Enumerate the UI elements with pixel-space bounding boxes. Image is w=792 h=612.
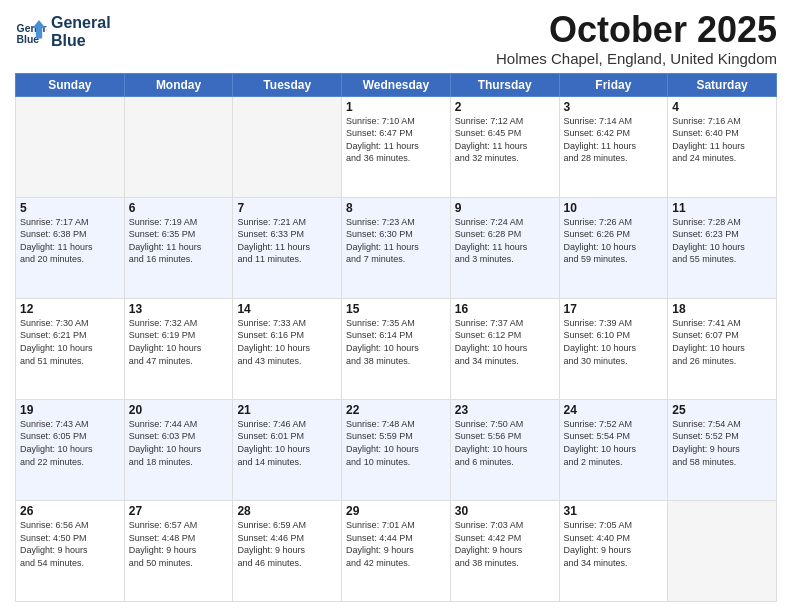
day-info: Sunrise: 7:23 AM Sunset: 6:30 PM Dayligh… [346,216,446,266]
logo-line2: Blue [51,32,111,50]
day-info: Sunrise: 7:12 AM Sunset: 6:45 PM Dayligh… [455,115,555,165]
day-number: 26 [20,504,120,518]
day-number: 12 [20,302,120,316]
day-info: Sunrise: 7:44 AM Sunset: 6:03 PM Dayligh… [129,418,229,468]
day-cell: 1Sunrise: 7:10 AM Sunset: 6:47 PM Daylig… [342,96,451,197]
day-info: Sunrise: 7:10 AM Sunset: 6:47 PM Dayligh… [346,115,446,165]
day-cell: 30Sunrise: 7:03 AM Sunset: 4:42 PM Dayli… [450,500,559,601]
col-saturday: Saturday [668,73,777,96]
day-cell: 13Sunrise: 7:32 AM Sunset: 6:19 PM Dayli… [124,298,233,399]
day-cell: 2Sunrise: 7:12 AM Sunset: 6:45 PM Daylig… [450,96,559,197]
day-cell: 18Sunrise: 7:41 AM Sunset: 6:07 PM Dayli… [668,298,777,399]
week-row-3: 12Sunrise: 7:30 AM Sunset: 6:21 PM Dayli… [16,298,777,399]
day-cell: 12Sunrise: 7:30 AM Sunset: 6:21 PM Dayli… [16,298,125,399]
day-number: 7 [237,201,337,215]
day-cell [668,500,777,601]
day-number: 8 [346,201,446,215]
title-block: October 2025 Holmes Chapel, England, Uni… [496,10,777,67]
day-cell: 14Sunrise: 7:33 AM Sunset: 6:16 PM Dayli… [233,298,342,399]
day-info: Sunrise: 7:37 AM Sunset: 6:12 PM Dayligh… [455,317,555,367]
logo: General Blue General Blue [15,14,111,49]
day-info: Sunrise: 7:19 AM Sunset: 6:35 PM Dayligh… [129,216,229,266]
day-cell: 29Sunrise: 7:01 AM Sunset: 4:44 PM Dayli… [342,500,451,601]
day-cell: 24Sunrise: 7:52 AM Sunset: 5:54 PM Dayli… [559,399,668,500]
day-number: 10 [564,201,664,215]
col-friday: Friday [559,73,668,96]
month-title: October 2025 [496,10,777,50]
day-cell: 10Sunrise: 7:26 AM Sunset: 6:26 PM Dayli… [559,197,668,298]
col-tuesday: Tuesday [233,73,342,96]
day-info: Sunrise: 7:26 AM Sunset: 6:26 PM Dayligh… [564,216,664,266]
day-info: Sunrise: 7:14 AM Sunset: 6:42 PM Dayligh… [564,115,664,165]
day-number: 28 [237,504,337,518]
day-number: 19 [20,403,120,417]
day-number: 18 [672,302,772,316]
day-cell: 4Sunrise: 7:16 AM Sunset: 6:40 PM Daylig… [668,96,777,197]
day-info: Sunrise: 7:52 AM Sunset: 5:54 PM Dayligh… [564,418,664,468]
col-sunday: Sunday [16,73,125,96]
day-cell: 9Sunrise: 7:24 AM Sunset: 6:28 PM Daylig… [450,197,559,298]
day-number: 6 [129,201,229,215]
week-row-1: 1Sunrise: 7:10 AM Sunset: 6:47 PM Daylig… [16,96,777,197]
day-info: Sunrise: 7:21 AM Sunset: 6:33 PM Dayligh… [237,216,337,266]
day-number: 14 [237,302,337,316]
day-info: Sunrise: 7:01 AM Sunset: 4:44 PM Dayligh… [346,519,446,569]
day-cell: 19Sunrise: 7:43 AM Sunset: 6:05 PM Dayli… [16,399,125,500]
day-number: 24 [564,403,664,417]
day-info: Sunrise: 7:30 AM Sunset: 6:21 PM Dayligh… [20,317,120,367]
col-monday: Monday [124,73,233,96]
location: Holmes Chapel, England, United Kingdom [496,50,777,67]
day-cell: 25Sunrise: 7:54 AM Sunset: 5:52 PM Dayli… [668,399,777,500]
header-row: Sunday Monday Tuesday Wednesday Thursday… [16,73,777,96]
day-cell: 26Sunrise: 6:56 AM Sunset: 4:50 PM Dayli… [16,500,125,601]
day-number: 31 [564,504,664,518]
day-cell: 15Sunrise: 7:35 AM Sunset: 6:14 PM Dayli… [342,298,451,399]
logo-icon: General Blue [15,16,47,48]
day-cell: 7Sunrise: 7:21 AM Sunset: 6:33 PM Daylig… [233,197,342,298]
day-cell [233,96,342,197]
day-info: Sunrise: 7:41 AM Sunset: 6:07 PM Dayligh… [672,317,772,367]
day-info: Sunrise: 7:43 AM Sunset: 6:05 PM Dayligh… [20,418,120,468]
col-thursday: Thursday [450,73,559,96]
day-number: 2 [455,100,555,114]
day-number: 27 [129,504,229,518]
col-wednesday: Wednesday [342,73,451,96]
day-number: 23 [455,403,555,417]
day-info: Sunrise: 7:17 AM Sunset: 6:38 PM Dayligh… [20,216,120,266]
day-number: 3 [564,100,664,114]
day-number: 11 [672,201,772,215]
header: General Blue General Blue October 2025 H… [15,10,777,67]
day-info: Sunrise: 7:54 AM Sunset: 5:52 PM Dayligh… [672,418,772,468]
day-info: Sunrise: 7:05 AM Sunset: 4:40 PM Dayligh… [564,519,664,569]
day-cell: 5Sunrise: 7:17 AM Sunset: 6:38 PM Daylig… [16,197,125,298]
day-info: Sunrise: 7:24 AM Sunset: 6:28 PM Dayligh… [455,216,555,266]
day-number: 21 [237,403,337,417]
day-number: 30 [455,504,555,518]
day-number: 25 [672,403,772,417]
day-info: Sunrise: 7:48 AM Sunset: 5:59 PM Dayligh… [346,418,446,468]
day-cell: 11Sunrise: 7:28 AM Sunset: 6:23 PM Dayli… [668,197,777,298]
day-cell: 22Sunrise: 7:48 AM Sunset: 5:59 PM Dayli… [342,399,451,500]
day-cell: 3Sunrise: 7:14 AM Sunset: 6:42 PM Daylig… [559,96,668,197]
day-cell [124,96,233,197]
day-info: Sunrise: 7:33 AM Sunset: 6:16 PM Dayligh… [237,317,337,367]
day-number: 5 [20,201,120,215]
week-row-2: 5Sunrise: 7:17 AM Sunset: 6:38 PM Daylig… [16,197,777,298]
day-cell: 28Sunrise: 6:59 AM Sunset: 4:46 PM Dayli… [233,500,342,601]
day-number: 29 [346,504,446,518]
day-info: Sunrise: 6:56 AM Sunset: 4:50 PM Dayligh… [20,519,120,569]
day-cell: 23Sunrise: 7:50 AM Sunset: 5:56 PM Dayli… [450,399,559,500]
day-info: Sunrise: 6:59 AM Sunset: 4:46 PM Dayligh… [237,519,337,569]
day-info: Sunrise: 7:35 AM Sunset: 6:14 PM Dayligh… [346,317,446,367]
day-info: Sunrise: 7:32 AM Sunset: 6:19 PM Dayligh… [129,317,229,367]
day-cell [16,96,125,197]
day-info: Sunrise: 7:39 AM Sunset: 6:10 PM Dayligh… [564,317,664,367]
day-cell: 20Sunrise: 7:44 AM Sunset: 6:03 PM Dayli… [124,399,233,500]
day-cell: 27Sunrise: 6:57 AM Sunset: 4:48 PM Dayli… [124,500,233,601]
day-info: Sunrise: 7:28 AM Sunset: 6:23 PM Dayligh… [672,216,772,266]
day-info: Sunrise: 7:03 AM Sunset: 4:42 PM Dayligh… [455,519,555,569]
day-cell: 6Sunrise: 7:19 AM Sunset: 6:35 PM Daylig… [124,197,233,298]
day-number: 22 [346,403,446,417]
day-number: 15 [346,302,446,316]
day-cell: 8Sunrise: 7:23 AM Sunset: 6:30 PM Daylig… [342,197,451,298]
